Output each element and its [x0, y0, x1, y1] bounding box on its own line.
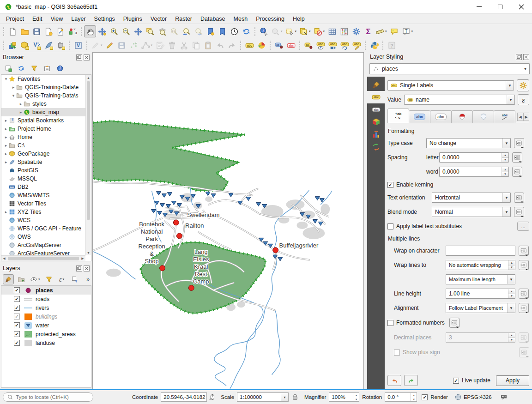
messages-icon[interactable] — [500, 393, 508, 401]
pin-labels-button[interactable] — [273, 39, 285, 51]
crs-text[interactable]: EPSG:4326 — [464, 394, 492, 400]
menu-mesh[interactable]: Mesh — [230, 15, 252, 23]
expander-icon[interactable]: ▸ — [18, 110, 24, 115]
rotation-spinner[interactable]: 0.0 °▲▼ — [385, 392, 417, 402]
styling-redo-button[interactable] — [404, 375, 418, 386]
wrap-character-input[interactable] — [446, 246, 515, 256]
browser-item-spatial-bookmarks[interactable]: ▸Spatial Bookmarks — [1, 116, 91, 125]
text-annotation-button[interactable] — [400, 25, 415, 37]
filter-by-expression-button[interactable]: ε — [56, 274, 67, 284]
add-selected-layers-button[interactable] — [3, 63, 14, 73]
layers-float-button[interactable] — [76, 265, 82, 271]
render-checkbox[interactable] — [422, 394, 428, 400]
pan-to-selection-button[interactable] — [96, 25, 108, 37]
browser-item-home[interactable]: ▸Home — [1, 133, 91, 141]
menu-edit[interactable]: Edit — [28, 15, 47, 23]
toolbar-handle[interactable] — [240, 41, 241, 50]
substitutes-more-button[interactable]: ... — [517, 222, 529, 231]
locator-input[interactable] — [16, 394, 85, 400]
toolbar-handle[interactable] — [3, 41, 4, 50]
menu-raster[interactable]: Raster — [171, 15, 196, 23]
browser-item-arcgis-map[interactable]: ArcGisMapServer — [1, 241, 91, 249]
zoom-to-layer-button[interactable] — [156, 25, 168, 37]
browser-float-button[interactable] — [76, 54, 82, 60]
expander-icon[interactable]: ▸ — [3, 210, 9, 214]
formatted-numbers-checkbox[interactable] — [387, 320, 393, 326]
open-project-button[interactable] — [18, 25, 30, 37]
toolbar-handle[interactable] — [270, 41, 271, 50]
layer-checkbox[interactable] — [14, 287, 20, 293]
show-hide-labels-button[interactable] — [314, 39, 326, 51]
alignment-combo[interactable]: Follow Label Placement▼ — [446, 303, 515, 313]
wrap-mode-combo[interactable]: Maximum line length▼ — [446, 274, 515, 284]
style-manager-button[interactable] — [66, 25, 79, 37]
layer-diagram-options-button[interactable] — [255, 39, 267, 51]
browser-item-training-data-e[interactable]: ▸QGIS-Training-Data\e — [1, 83, 91, 91]
apply-button[interactable]: Apply — [496, 375, 529, 386]
rotate-label-button[interactable] — [339, 39, 351, 51]
map-canvas[interactable]: Swellendam Railton Bontebok National Par… — [92, 52, 364, 389]
browser-item-vector-tiles[interactable]: Vector Tiles — [1, 199, 91, 208]
layer-row-places[interactable]: places — [1, 286, 91, 295]
tab-scroll-right[interactable]: ▶ — [523, 113, 529, 121]
browser-item-wms[interactable]: WMS/WMTS — [1, 191, 91, 199]
filter-legend-button[interactable] — [43, 274, 54, 284]
toolbar-handle[interactable] — [299, 41, 300, 50]
browser-item-favorites[interactable]: ▾Favorites — [1, 75, 91, 83]
tab-callouts[interactable] — [494, 110, 515, 123]
locator-box[interactable] — [3, 392, 93, 402]
browser-item-mssql[interactable]: MSSQL — [1, 175, 91, 183]
browser-item-training-data-s[interactable]: ▾QGIS-Training-Data\s — [1, 91, 91, 100]
tab-diagrams[interactable] — [367, 128, 385, 141]
layer-row-protected-areas[interactable]: protected_areas — [1, 330, 91, 338]
expander-icon[interactable]: ▸ — [3, 160, 9, 164]
letter-spacing-override-button[interactable] — [512, 152, 522, 163]
tab-scroll-left[interactable]: ◀ — [517, 113, 523, 121]
maximize-button[interactable] — [490, 0, 511, 13]
select-features-button[interactable] — [284, 25, 298, 37]
text-orientation-combo[interactable]: Horizontal▼ — [432, 193, 511, 203]
browser-item-xyz-tiles[interactable]: ▸XYZ Tiles — [1, 208, 91, 216]
pan-map-button[interactable] — [84, 25, 96, 37]
expand-collapse-button[interactable] — [69, 274, 80, 284]
expander-icon[interactable]: ▾ — [11, 93, 16, 98]
line-height-spinner[interactable]: 1.00 line▲▼ — [446, 289, 515, 299]
line-height-override-button[interactable] — [519, 289, 529, 299]
browser-item-db2[interactable]: DB2 — [1, 183, 91, 191]
expander-icon[interactable]: ▸ — [3, 127, 9, 131]
expander-icon[interactable]: ▸ — [3, 135, 9, 139]
show-spatial-bookmarks-button[interactable] — [216, 25, 228, 37]
alignment-override-button[interactable] — [519, 303, 529, 313]
new-shapefile-layer-button[interactable] — [30, 39, 42, 51]
minimize-button[interactable] — [468, 0, 490, 13]
browser-item-project-home[interactable]: ▸Project Home — [1, 125, 91, 133]
menu-settings[interactable]: Settings — [90, 15, 119, 23]
open-layer-styling-button[interactable] — [3, 274, 14, 284]
deselect-all-button[interactable] — [312, 25, 326, 37]
processing-toolbox-button[interactable] — [350, 25, 362, 37]
expander-icon[interactable]: ▾ — [3, 77, 9, 81]
styling-undo-button[interactable] — [387, 375, 401, 386]
zoom-out-button[interactable] — [120, 25, 132, 37]
toolbar-handle[interactable] — [81, 27, 82, 36]
word-spacing-spinner[interactable]: 0.0000▲▼ — [439, 167, 509, 177]
move-label-button[interactable] — [326, 39, 339, 51]
magnifier-spinner[interactable]: 100%▲▼ — [329, 392, 359, 402]
add-group-button[interactable] — [16, 274, 27, 284]
browser-item-basic-map[interactable]: ▸basic_map — [1, 108, 91, 116]
layer-row-buildings[interactable]: buildings — [1, 312, 91, 321]
layer-checkbox[interactable] — [14, 340, 20, 346]
zoom-last-button[interactable] — [180, 25, 192, 37]
toggle-pinned-labels-button[interactable] — [302, 39, 314, 51]
new-spatial-bookmark-button[interactable] — [204, 25, 216, 37]
coordinate-box[interactable]: 20.5946,-34.0182 — [161, 392, 207, 402]
automated-placement-button[interactable] — [517, 79, 529, 91]
layer-row-water[interactable]: water — [1, 321, 91, 330]
open-attribute-table-button[interactable] — [326, 25, 338, 37]
tab-background[interactable] — [451, 110, 473, 123]
extents-toggle-icon[interactable] — [209, 393, 216, 401]
live-update-checkbox[interactable] — [453, 378, 459, 384]
menu-plugins[interactable]: Plugins — [119, 15, 146, 23]
scroll-down-arrow[interactable]: ▼ — [86, 250, 91, 255]
measure-button[interactable] — [374, 25, 388, 37]
